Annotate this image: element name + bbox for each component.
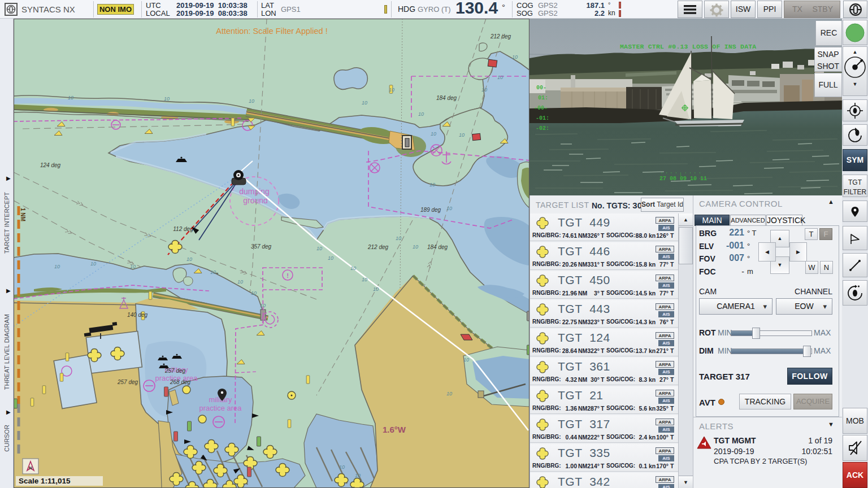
svg-text:00-: 00- <box>536 85 546 91</box>
svg-text:1 NM: 1 NM <box>20 208 26 221</box>
svg-text:357 deg: 357 deg <box>251 243 272 250</box>
svg-text:10: 10 <box>459 132 465 138</box>
svg-text:10: 10 <box>463 357 469 363</box>
svg-text:01:: 01: <box>538 95 548 101</box>
svg-text:10: 10 <box>164 96 170 102</box>
svg-text:140 deg: 140 deg <box>127 312 148 318</box>
svg-text:10: 10 <box>316 246 322 251</box>
svg-text:Scale 1:11,015: Scale 1:11,015 <box>19 477 71 485</box>
svg-text:10: 10 <box>251 290 257 296</box>
svg-text:N: N <box>29 465 32 470</box>
svg-text:10: 10 <box>373 286 379 292</box>
svg-text:Attention: Scale Filter Applie: Attention: Scale Filter Applied ! <box>216 27 327 36</box>
svg-text:10: 10 <box>130 264 136 269</box>
svg-text:10: 10 <box>186 256 192 262</box>
svg-text:10: 10 <box>446 206 452 211</box>
svg-text:124 deg: 124 deg <box>40 162 61 168</box>
svg-text:184 deg: 184 deg <box>436 95 457 101</box>
svg-text:10: 10 <box>512 54 518 60</box>
svg-text:10: 10 <box>260 303 266 308</box>
svg-text:10: 10 <box>396 236 401 241</box>
svg-text:1.6°W: 1.6°W <box>383 425 406 434</box>
svg-text:10: 10 <box>68 95 73 101</box>
svg-text:10: 10 <box>413 244 418 250</box>
svg-text:212 deg: 212 deg <box>367 244 389 250</box>
svg-text:10: 10 <box>497 75 503 80</box>
svg-text:10: 10 <box>90 261 96 267</box>
svg-text:10: 10 <box>481 87 487 93</box>
svg-text:10: 10 <box>249 98 254 104</box>
svg-text:10: 10 <box>350 265 356 271</box>
svg-text:268 deg: 268 deg <box>170 379 191 385</box>
svg-text:212 deg: 212 deg <box>490 33 511 40</box>
svg-text:MASTER CTRL #0.13 LOSS OF INS: MASTER CTRL #0.13 LOSS OF INS DATA <box>620 43 756 50</box>
svg-text:10: 10 <box>328 255 333 261</box>
svg-text:dumping: dumping <box>239 187 270 196</box>
svg-text:112 deg: 112 deg <box>173 226 193 232</box>
svg-text:10: 10 <box>389 87 394 93</box>
svg-text:257 deg: 257 deg <box>117 379 138 385</box>
svg-text:10: 10 <box>362 277 367 282</box>
svg-text:10: 10 <box>210 269 216 275</box>
svg-text:10: 10 <box>418 111 424 117</box>
svg-text:!: ! <box>287 272 289 279</box>
svg-text:10: 10 <box>54 264 60 269</box>
svg-text:10: 10 <box>339 464 345 470</box>
svg-text:257 deg: 257 deg <box>164 368 186 374</box>
svg-text:10: 10 <box>362 100 367 106</box>
svg-text:10: 10 <box>237 279 243 285</box>
svg-text:-02:: -02: <box>536 125 549 132</box>
svg-text:10: 10 <box>446 391 452 396</box>
svg-text:-01:: -01: <box>536 115 549 121</box>
svg-text:189 deg: 189 deg <box>420 207 441 213</box>
svg-text:' ' ' ' | ' ' ' ': ' ' ' ' | ' ' ' ' <box>661 172 701 176</box>
svg-text:-00-: -00- <box>534 105 548 111</box>
svg-text:10: 10 <box>431 131 436 137</box>
svg-text:10: 10 <box>355 473 361 478</box>
svg-text:ground: ground <box>243 196 268 205</box>
svg-text:27 08 09 10 11: 27 08 09 10 11 <box>659 176 707 182</box>
svg-text:10: 10 <box>429 182 435 188</box>
svg-text:184 deg: 184 deg <box>427 244 448 250</box>
